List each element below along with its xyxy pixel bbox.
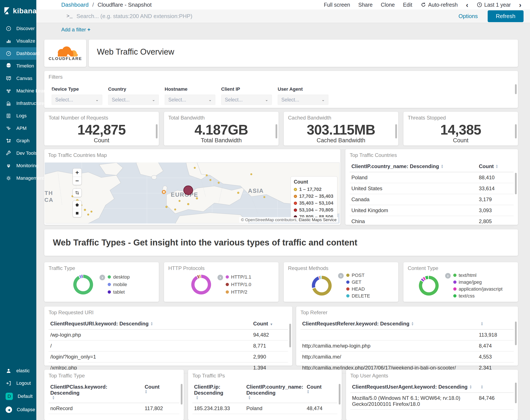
sidebar-item-discover[interactable]: Discover (0, 22, 36, 35)
column-header-count[interactable]: Count ▲▼ (305, 382, 338, 403)
scrollbar-thumb[interactable] (276, 124, 277, 138)
sidebar-item-apm[interactable]: APM (0, 122, 36, 135)
sidebar-item-infrastructure[interactable]: Infrastructure (0, 97, 36, 110)
legend-item[interactable]: HTTP/2 (226, 289, 251, 295)
request-methods-donut-chart[interactable] (312, 276, 332, 296)
column-header-class[interactable]: ClientIPClass.keyword: Descending▲▼ (49, 382, 143, 403)
share-button[interactable]: Share (358, 2, 373, 8)
hostname-select[interactable]: Select...⌄ (165, 95, 215, 105)
scrollbar-thumb[interactable] (515, 322, 517, 345)
sidebar-item-management[interactable]: Management (0, 172, 36, 184)
legend-dot (346, 274, 350, 277)
http-protocols-donut-chart[interactable] (191, 275, 211, 295)
sidebar-item-logs[interactable]: Logs (0, 110, 36, 122)
auto-refresh-button[interactable]: Auto-refresh (420, 2, 458, 8)
traffic-type-donut-chart[interactable] (73, 275, 93, 295)
column-header-user-agent[interactable]: ClientRequestUserAgent.keyword: Descendi… (350, 382, 477, 393)
clone-button[interactable]: Clone (381, 2, 395, 8)
sidebar-item-timelion[interactable]: Timelion (0, 60, 36, 72)
column-header-country[interactable]: ClientIP.country_name: Descending▲▼ (245, 382, 305, 403)
content-type-panel: Content Type › text/html image/jpeg appl… (403, 262, 518, 302)
sidebar-item-visualize[interactable]: Visualize (0, 35, 36, 47)
column-header-count[interactable]: Count▲▼ (477, 161, 514, 172)
add-filter-link[interactable]: Add a filter + (61, 27, 90, 33)
column-header-count[interactable]: ▲▼ (477, 318, 514, 330)
legend-item[interactable]: HTTP/1.0 (226, 282, 251, 287)
sidebar-item-dashboard[interactable]: Dashboard (0, 47, 36, 60)
scrollbar-thumb[interactable] (156, 124, 158, 138)
filter-label: Hostname (165, 86, 215, 92)
time-back-button[interactable]: ‹ (466, 2, 468, 7)
legend-item[interactable]: application/javascript (453, 286, 502, 292)
scrollbar-thumb[interactable] (289, 324, 291, 347)
logs-icon (6, 113, 12, 119)
map-count-dot-uk (162, 190, 165, 194)
sidebar-item-collapse[interactable]: ◀ Collapse (0, 403, 36, 416)
sidebar-item-graph[interactable]: Graph (0, 135, 36, 147)
scrollbar-thumb[interactable] (515, 173, 517, 194)
legend-item[interactable]: DELETE (346, 293, 370, 299)
sidebar-item-label: Machine Learning (16, 88, 54, 94)
edit-button[interactable]: Edit (403, 2, 412, 8)
map-fit-bounds-button[interactable] (73, 189, 81, 197)
world-map[interactable]: NORTH AMERICA EUROPE ASIA (45, 163, 339, 224)
metric-value: 4.187GB (168, 123, 274, 137)
legend-item[interactable]: HTTP/1.1 (226, 274, 251, 280)
sidebar-item-machine-learning[interactable]: Machine Learning (0, 85, 36, 97)
client-ip-select[interactable]: Select...⌄ (221, 95, 272, 105)
device-type-select[interactable]: Select...⌄ (52, 95, 102, 105)
country-select[interactable]: Select...⌄ (108, 95, 159, 105)
content-type-donut-chart[interactable] (419, 276, 439, 296)
column-header-uri[interactable]: ClientRequestURI.keyword: Descending▲▼ (49, 318, 251, 330)
sidebar-item-logout[interactable]: Logout (0, 377, 36, 390)
column-header-ip[interactable]: ClientIP.ip: Descending▲▼ (192, 382, 245, 403)
legend-item[interactable]: image/jpeg (453, 279, 502, 285)
column-header-count[interactable]: ▲▼ (477, 382, 514, 393)
legend-item[interactable]: GET (346, 279, 370, 285)
scrollbar-thumb[interactable] (515, 383, 517, 403)
map-zoom-in-button[interactable]: + (73, 168, 81, 177)
refresh-button[interactable]: Refresh (488, 10, 524, 22)
map-zoom-out-button[interactable]: − (73, 177, 81, 185)
scrollbar-thumb[interactable] (181, 384, 182, 405)
user-agent-select[interactable]: Select...⌄ (278, 95, 328, 105)
legend-expand-icon[interactable]: › (338, 273, 344, 279)
dashboard-icon (6, 50, 12, 57)
kibana-brand[interactable]: kibana (0, 0, 36, 22)
sidebar-item-monitoring[interactable]: Monitoring (0, 160, 36, 172)
scrollbar-thumb[interactable] (339, 384, 340, 405)
table-row: Poland88,410 (350, 172, 514, 183)
legend-item[interactable]: mobile (108, 282, 130, 287)
sidebar-item-dev-tools[interactable]: Dev Tools (0, 147, 36, 160)
legend-item[interactable]: desktop (108, 274, 130, 280)
legend-item[interactable]: text/html (453, 272, 502, 278)
map-draw-polygon-button[interactable] (73, 201, 81, 209)
time-forward-button[interactable]: › (519, 2, 521, 7)
scrollbar-thumb[interactable] (515, 84, 517, 94)
map-draw-rectangle-button[interactable] (73, 209, 81, 217)
space-badge: D (6, 393, 13, 400)
scrollbar-thumb[interactable] (515, 124, 517, 138)
search-input[interactable] (76, 13, 455, 20)
legend-expand-icon[interactable]: › (218, 275, 223, 280)
legend-expand-icon[interactable]: › (445, 273, 451, 279)
sidebar-item-user[interactable]: elastic (0, 364, 36, 377)
legend-item[interactable]: text/css (453, 293, 502, 299)
column-header-country[interactable]: ClientIP.country_name: Descending▲▼ (350, 161, 477, 172)
map-count-bubble-poland[interactable] (184, 186, 193, 195)
graph-icon (6, 138, 12, 144)
sidebar-item-canvas[interactable]: Canvas (0, 72, 36, 85)
legend-item[interactable]: HEAD (346, 286, 370, 292)
column-header-count[interactable]: Count▼ (251, 318, 288, 330)
legend-item[interactable]: tablet (108, 289, 130, 295)
sidebar-item-space-default[interactable]: D Default (0, 390, 36, 403)
breadcrumb-dashboard-link[interactable]: Dashboard (61, 1, 88, 8)
column-header-count[interactable]: Count ▲▼ (143, 382, 179, 403)
scrollbar-thumb[interactable] (395, 124, 397, 138)
column-header-referer[interactable]: ClientRequestReferer.keyword: Descending… (300, 318, 477, 330)
legend-expand-icon[interactable]: › (100, 275, 105, 280)
legend-item[interactable]: POST (346, 272, 370, 278)
options-link[interactable]: Options (458, 13, 478, 20)
time-picker-button[interactable]: Last 1 year (476, 2, 511, 8)
full-screen-button[interactable]: Full screen (324, 2, 350, 8)
